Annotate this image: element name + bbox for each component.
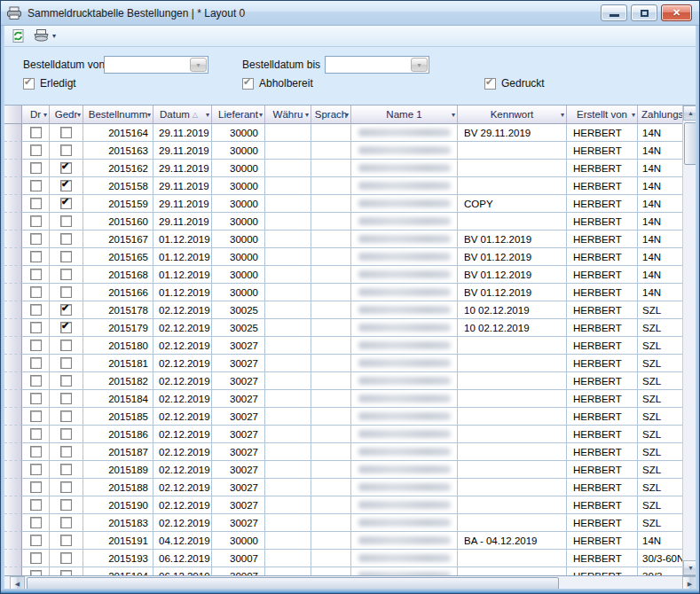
cell-waehru[interactable] xyxy=(265,390,311,408)
cell-name1[interactable] xyxy=(351,532,458,550)
cell-bestellnumm[interactable]: 2015181 xyxy=(83,355,153,372)
table-row[interactable]: ✔201516229.11.201930000HERBERT14N xyxy=(4,160,682,177)
cell-datum[interactable]: 29.11.2019 xyxy=(153,177,212,195)
cell-waehru[interactable] xyxy=(265,550,311,567)
table-row[interactable]: 201516429.11.201930000BV 29.11.2019HERBE… xyxy=(4,124,682,142)
cell-waehru[interactable] xyxy=(265,266,311,284)
cell-waehru[interactable] xyxy=(265,337,311,355)
dr-checkbox-icon[interactable] xyxy=(30,322,42,333)
cell-erstellt_von[interactable]: HERBERT xyxy=(567,355,638,372)
cell-name1[interactable] xyxy=(351,195,458,213)
titlebar[interactable]: Sammeldrucktabelle Bestellungen | * Layo… xyxy=(1,1,699,26)
table-row[interactable]: 201519002.12.201930027HERBERTSZL xyxy=(4,496,682,514)
cell-datum[interactable]: 01.12.2019 xyxy=(153,231,212,248)
cell-dr[interactable] xyxy=(22,124,50,142)
cell-dr[interactable] xyxy=(22,213,50,231)
dr-checkbox-icon[interactable] xyxy=(30,215,42,227)
cell-bestellnumm[interactable]: 2015178 xyxy=(83,301,153,319)
cell-sprach[interactable] xyxy=(311,443,351,461)
cell-name1[interactable] xyxy=(351,443,458,461)
cell-sprach[interactable] xyxy=(311,355,351,372)
cell-waehru[interactable] xyxy=(265,408,311,426)
cell-waehru[interactable] xyxy=(265,142,311,160)
row-selector[interactable] xyxy=(4,319,22,337)
cell-zahlungs[interactable]: 30/3-60N xyxy=(638,550,682,567)
cell-bestellnumm[interactable]: 2015189 xyxy=(83,461,153,479)
row-selector[interactable] xyxy=(4,248,22,266)
cell-sprach[interactable] xyxy=(311,266,351,284)
cell-dr[interactable] xyxy=(22,319,50,337)
cell-name1[interactable] xyxy=(351,213,458,231)
cell-sprach[interactable] xyxy=(311,337,351,355)
column-filter-dropdown-icon[interactable]: ▾ xyxy=(206,111,209,119)
cell-sprach[interactable] xyxy=(311,231,351,248)
cell-kennwort[interactable] xyxy=(458,177,567,195)
column-header-waehru[interactable]: Währu▾ xyxy=(265,106,311,124)
cell-sprach[interactable] xyxy=(311,142,351,160)
date-to-input[interactable]: ▾ xyxy=(325,56,429,74)
cell-bestellnumm[interactable]: 2015168 xyxy=(83,266,153,284)
cell-lieferant[interactable]: 30025 xyxy=(212,319,265,337)
row-selector[interactable] xyxy=(4,266,22,284)
gedr-checkbox-icon[interactable] xyxy=(60,517,72,528)
table-row[interactable]: 201518902.12.201930027HERBERTSZL xyxy=(4,461,682,479)
cell-erstellt_von[interactable]: HERBERT xyxy=(567,266,638,284)
refresh-button[interactable] xyxy=(7,27,29,45)
cell-kennwort[interactable]: BV 01.12.2019 xyxy=(458,248,567,266)
cell-name1[interactable] xyxy=(351,390,458,408)
column-header-erstellt_von[interactable]: Erstellt von▾ xyxy=(567,106,638,124)
row-selector[interactable] xyxy=(4,124,22,142)
cell-lieferant[interactable]: 30027 xyxy=(212,355,265,372)
cell-dr[interactable] xyxy=(22,195,50,213)
cell-kennwort[interactable] xyxy=(458,426,567,443)
cell-gedr[interactable]: ✔ xyxy=(50,160,83,177)
cell-dr[interactable] xyxy=(22,248,50,266)
cell-waehru[interactable] xyxy=(265,284,311,301)
row-selector[interactable] xyxy=(4,337,22,355)
cell-bestellnumm[interactable]: 2015180 xyxy=(83,337,153,355)
checkbox-erledigt[interactable]: ✔ Erledigt xyxy=(23,77,76,90)
cell-kennwort[interactable] xyxy=(458,142,567,160)
cell-sprach[interactable] xyxy=(311,479,351,496)
row-selector[interactable] xyxy=(4,177,22,195)
cell-erstellt_von[interactable]: HERBERT xyxy=(567,301,638,319)
cell-datum[interactable]: 02.12.2019 xyxy=(153,337,212,355)
column-filter-dropdown-icon[interactable]: ▾ xyxy=(77,111,81,119)
dr-checkbox-icon[interactable] xyxy=(30,286,42,298)
cell-lieferant[interactable]: 30000 xyxy=(212,213,265,231)
cell-datum[interactable]: 01.12.2019 xyxy=(153,284,212,301)
cell-datum[interactable]: 29.11.2019 xyxy=(153,195,212,213)
cell-dr[interactable] xyxy=(22,426,50,443)
cell-datum[interactable]: 02.12.2019 xyxy=(153,319,212,337)
cell-datum[interactable]: 02.12.2019 xyxy=(153,301,212,319)
cell-kennwort[interactable]: COPY xyxy=(458,195,567,213)
column-filter-dropdown-icon[interactable]: ▾ xyxy=(632,111,635,119)
cell-dr[interactable] xyxy=(22,390,50,408)
cell-bestellnumm[interactable]: 2015191 xyxy=(83,532,153,550)
cell-datum[interactable]: 01.12.2019 xyxy=(153,248,212,266)
table-row[interactable]: 201519104.12.201930000BA - 04.12.2019HER… xyxy=(4,532,682,550)
cell-kennwort[interactable] xyxy=(458,550,567,567)
cell-sprach[interactable] xyxy=(311,496,351,514)
cell-gedr[interactable] xyxy=(50,248,83,266)
cell-zahlungs[interactable]: 30/3 xyxy=(638,567,682,575)
cell-kennwort[interactable]: BV 01.12.2019 xyxy=(458,231,567,248)
cell-erstellt_von[interactable]: HERBERT xyxy=(567,567,638,575)
cell-sprach[interactable] xyxy=(311,567,351,575)
cell-erstellt_von[interactable]: HERBERT xyxy=(567,177,638,195)
cell-erstellt_von[interactable]: HERBERT xyxy=(567,514,638,532)
cell-waehru[interactable] xyxy=(265,532,311,550)
cell-name1[interactable] xyxy=(351,284,458,301)
dr-checkbox-icon[interactable] xyxy=(30,535,42,546)
dr-checkbox-icon[interactable] xyxy=(30,375,42,387)
column-filter-dropdown-icon[interactable]: ▾ xyxy=(147,111,151,119)
table-row[interactable]: 201518002.12.201930027HERBERTSZL xyxy=(4,337,682,355)
cell-datum[interactable]: 02.12.2019 xyxy=(153,514,212,532)
cell-gedr[interactable] xyxy=(50,231,83,248)
table-row[interactable]: ✔201515829.11.201930000HERBERT14N xyxy=(4,177,682,195)
cell-sprach[interactable] xyxy=(311,284,351,301)
cell-name1[interactable] xyxy=(351,355,458,372)
cell-waehru[interactable] xyxy=(265,248,311,266)
cell-lieferant[interactable]: 30007 xyxy=(212,567,265,575)
cell-erstellt_von[interactable]: HERBERT xyxy=(567,337,638,355)
